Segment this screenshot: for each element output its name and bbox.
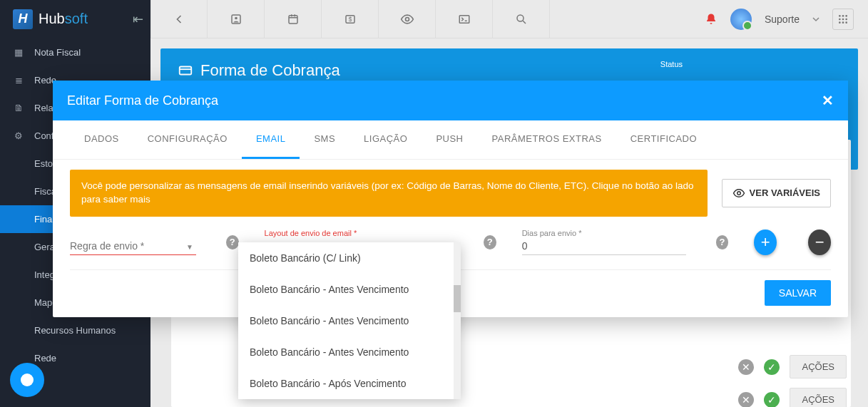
- dropdown-option[interactable]: Boleto Bancário - Antes Vencimento: [238, 336, 461, 368]
- avatar[interactable]: [730, 9, 752, 30]
- svg-text:$: $: [348, 16, 352, 23]
- layout-dropdown[interactable]: Boleto Bancário (C/ Link) Boleto Bancári…: [238, 242, 461, 399]
- layout-envio-label: Layout de envio de email *: [265, 229, 357, 237]
- sidebar-collapse-icon[interactable]: ⇤: [133, 11, 143, 27]
- dropdown-option[interactable]: Boleto Bancário - Antes Vencimento: [238, 305, 461, 336]
- svg-point-8: [839, 15, 841, 17]
- tab-configuracao[interactable]: CONFIGURAÇÃO: [133, 120, 242, 159]
- tab-sms[interactable]: SMS: [300, 120, 349, 159]
- status-header: Status: [660, 60, 683, 68]
- back-button[interactable]: [150, 0, 208, 38]
- svg-point-10: [845, 15, 847, 17]
- status-active-icon: ✓: [764, 359, 780, 375]
- logo-text: Hubsoft: [39, 11, 88, 27]
- regra-de-envio-input[interactable]: [70, 236, 196, 255]
- eye-icon[interactable]: [379, 0, 436, 38]
- status-active-icon: ✓: [764, 392, 780, 408]
- remove-button[interactable]: −: [808, 230, 831, 255]
- svg-point-7: [517, 15, 524, 21]
- chevron-down-icon[interactable]: ▼: [186, 243, 193, 251]
- scrollbar-track[interactable]: [454, 242, 461, 399]
- regra-de-envio-field[interactable]: ▼: [70, 236, 196, 255]
- close-icon[interactable]: ✕: [822, 92, 834, 109]
- modal-header: Editar Forma de Cobrança ✕: [53, 81, 848, 120]
- topbar: H Hubsoft ⇤ $ Suporte: [0, 0, 868, 38]
- salvar-button[interactable]: SALVAR: [765, 280, 831, 306]
- card-icon: [178, 63, 193, 78]
- dollar-icon[interactable]: $: [322, 0, 379, 38]
- tab-push[interactable]: PUSH: [422, 120, 477, 159]
- svg-point-11: [839, 18, 841, 20]
- help-icon[interactable]: ?: [226, 235, 239, 249]
- dropdown-option[interactable]: Boleto Bancário - Após Vencimento: [238, 368, 461, 399]
- status-inactive-icon: ✕: [738, 392, 754, 408]
- modal-title: Editar Forma de Cobrança: [67, 93, 218, 108]
- dropdown-option[interactable]: Boleto Bancário (C/ Link): [238, 242, 461, 274]
- info-banner: Você pode personalizar as mensagens de e…: [70, 170, 708, 217]
- add-button[interactable]: +: [754, 230, 777, 255]
- scrollbar-thumb[interactable]: [454, 285, 461, 312]
- dropdown-option[interactable]: Boleto Bancário - Antes Vencimento: [238, 274, 461, 305]
- tab-ligacao[interactable]: LIGAÇÃO: [349, 120, 422, 159]
- calendar-icon[interactable]: [265, 0, 322, 38]
- help-icon[interactable]: ?: [484, 235, 496, 249]
- svg-point-14: [839, 21, 841, 24]
- logo[interactable]: H Hubsoft ⇤: [0, 0, 150, 38]
- tab-parametros-extras[interactable]: PARÂMETROS EXTRAS: [478, 120, 616, 159]
- modal-tabs: DADOS CONFIGURAÇÃO EMAIL SMS LIGAÇÃO PUS…: [53, 120, 848, 160]
- svg-point-12: [842, 18, 844, 20]
- svg-rect-6: [459, 15, 469, 23]
- help-icon[interactable]: ?: [716, 235, 729, 249]
- svg-point-9: [842, 15, 844, 17]
- tab-dados[interactable]: DADOS: [70, 120, 133, 159]
- page-title: Forma de Cobrança: [178, 61, 841, 80]
- user-name[interactable]: Suporte: [765, 14, 800, 25]
- person-icon[interactable]: [208, 0, 265, 38]
- top-icon-row: $ Suporte: [150, 0, 868, 38]
- chevron-down-icon[interactable]: [812, 16, 820, 23]
- status-inactive-icon: ✕: [738, 359, 754, 375]
- ver-variaveis-button[interactable]: VER VARIÁVEIS: [722, 179, 831, 207]
- bell-icon[interactable]: [705, 13, 718, 26]
- dias-para-envio-label: Dias para envio *: [522, 229, 582, 237]
- tab-email[interactable]: EMAIL: [242, 120, 300, 159]
- sidebar-item-nota-fiscal[interactable]: ▦Nota Fiscal: [0, 38, 150, 66]
- actions-button[interactable]: AÇÕES: [790, 388, 847, 407]
- svg-rect-17: [180, 67, 192, 75]
- tab-certificado[interactable]: CERTIFICADO: [616, 120, 711, 159]
- search-icon[interactable]: [493, 0, 550, 38]
- eye-icon: [732, 187, 745, 200]
- svg-point-16: [845, 21, 847, 24]
- menu-icon[interactable]: [832, 9, 854, 30]
- chat-widget[interactable]: [10, 363, 44, 397]
- svg-point-18: [737, 192, 740, 195]
- svg-point-1: [235, 16, 238, 19]
- dias-para-envio-input[interactable]: [522, 236, 686, 255]
- terminal-icon[interactable]: [436, 0, 493, 38]
- svg-point-15: [842, 21, 844, 24]
- svg-point-13: [845, 18, 847, 20]
- svg-point-5: [405, 17, 409, 21]
- dias-para-envio-field[interactable]: Dias para envio *: [522, 236, 686, 255]
- logo-badge: H: [13, 9, 33, 29]
- svg-rect-2: [289, 15, 297, 23]
- actions-button[interactable]: AÇÕES: [790, 355, 847, 378]
- sidebar-item-rh[interactable]: Recursos Humanos: [0, 316, 150, 344]
